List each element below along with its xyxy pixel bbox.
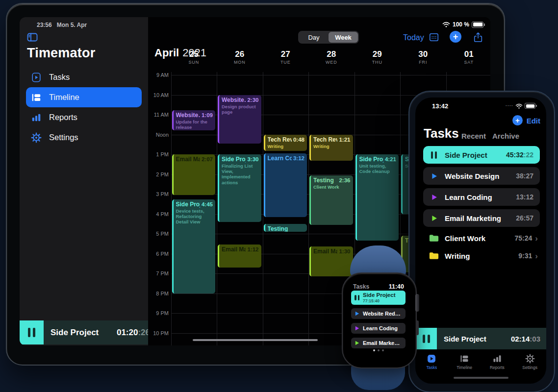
task-label: Learn Coding — [445, 193, 516, 201]
now-playing-timer: 01:20:26 — [117, 328, 150, 338]
calendar-event[interactable]: Side Proj…3:30Finalizing List View, Impl… — [218, 154, 261, 222]
watch-task-side-project[interactable]: Side Project77:15:40 — [351, 291, 406, 305]
calendar-event[interactable]: Side Proj…4:21Unit testing, Code cleanup — [355, 154, 399, 241]
calendar-event[interactable]: Website…1:09Update for the release — [172, 110, 216, 130]
sidebar-item-label: Tasks — [49, 73, 70, 82]
day-header-sat[interactable]: 01SAT — [446, 49, 491, 65]
task-label: Email Marketing — [445, 214, 516, 222]
task-label: Writing — [445, 252, 518, 260]
tab-tasks[interactable]: Tasks — [415, 350, 448, 373]
event-title: Email Mar… — [313, 248, 337, 255]
filter-recent[interactable]: Recent — [461, 132, 486, 140]
timeline-tab-icon — [459, 354, 469, 364]
tasks-icon — [31, 72, 42, 83]
event-subtitle: Writing — [268, 144, 305, 149]
iphone-screen: 13:42 ···· + Edit Tasks Recent Archive S — [415, 98, 546, 384]
watch-task-label: Email Marke… — [363, 340, 400, 346]
day-header-tue[interactable]: 27TUE — [263, 49, 309, 65]
event-title: Side Proj… — [176, 201, 200, 208]
ipad-now-playing-bar[interactable]: Side Project 01:20:26 — [20, 320, 156, 344]
event-duration: 2:36 — [339, 177, 350, 183]
sidebar-item-label: Reports — [49, 113, 77, 122]
day-header-wed[interactable]: 28WED — [308, 49, 355, 65]
event-title: Side Proj… — [222, 156, 246, 163]
sidebar-toggle-icon[interactable] — [26, 31, 38, 43]
calendar-event[interactable]: Email Mar…1:12 — [218, 245, 261, 268]
task-row-writing[interactable]: Writing9:31› — [423, 248, 540, 264]
watch-side-button[interactable] — [416, 320, 419, 335]
calendar-event[interactable]: Tech Revi…0:48Writing — [264, 135, 307, 151]
tab-settings[interactable]: Settings — [513, 350, 546, 373]
watch-page-dots — [349, 349, 407, 351]
watch-task-label: Website Red… — [363, 311, 401, 317]
event-title: Email Ma… — [176, 156, 200, 163]
task-time: 26:57 — [516, 214, 533, 222]
event-duration: 2:30 — [247, 97, 258, 103]
iphone-tabbar: TasksTimelineReportsSettings — [415, 350, 546, 373]
sidebar-item-timeline[interactable]: Timeline — [26, 87, 142, 107]
settings-tab-icon — [525, 354, 535, 364]
tab-reports[interactable]: Reports — [481, 350, 514, 373]
calendar-event[interactable]: Learn Co…3:12 — [264, 153, 307, 217]
hour-label: 9 PM — [148, 310, 169, 317]
hour-label: 7 PM — [148, 270, 169, 277]
reports-icon — [31, 112, 42, 123]
calendar-event[interactable]: Email Ma…2:07 — [172, 154, 216, 195]
pause-icon — [351, 295, 363, 300]
edit-button[interactable]: Edit — [527, 117, 540, 125]
pause-button[interactable] — [20, 320, 44, 344]
page-dot — [378, 349, 380, 351]
task-time: 75:24 — [515, 234, 533, 242]
watch-screen: Tasks 11:40 Side Project77:15:40Website … — [349, 280, 407, 360]
event-duration: 1:21 — [339, 137, 350, 143]
tab-label: Reports — [490, 365, 505, 370]
task-row-email-marketing[interactable]: Email Marketing26:57 — [423, 209, 540, 227]
calendar-event[interactable]: Website…2:30Design product page — [218, 95, 261, 144]
calendar-event[interactable]: Testing — [264, 224, 307, 232]
task-row-learn-coding[interactable]: Learn Coding13:12 — [423, 188, 540, 206]
tab-label: Timeline — [457, 365, 472, 370]
day-header-fri[interactable]: 30FRI — [400, 49, 446, 65]
tab-label: Settings — [522, 365, 537, 370]
calendar-event[interactable]: Tech Revi…1:21Writing — [309, 135, 353, 161]
page-title: Tasks — [424, 126, 459, 141]
stage: 23:56Mon 5. Apr Timemator TasksTimelineR… — [0, 0, 558, 392]
hour-label: 5 PM — [148, 230, 169, 237]
event-duration: 1:12 — [247, 246, 258, 252]
event-title: Testing — [313, 177, 334, 184]
hour-label: 10 PM — [148, 330, 169, 337]
task-row-website-design[interactable]: Website Design38:27 — [423, 167, 540, 185]
tab-label: Tasks — [427, 365, 437, 370]
add-button[interactable]: + — [512, 115, 523, 125]
chevron-right-icon: › — [535, 234, 538, 243]
event-duration: 3:12 — [293, 155, 304, 161]
watch-task-learn-coding[interactable]: Learn Coding — [351, 323, 406, 334]
day-header-sun[interactable]: 25SUN — [171, 49, 217, 65]
watch-task-website-red-[interactable]: Website Red… — [351, 308, 406, 319]
watch-task-email-marke-[interactable]: Email Marke… — [351, 338, 406, 348]
event-title: Tech Revi… — [268, 136, 292, 143]
horizontal-scrollbar[interactable] — [193, 339, 318, 341]
iphone-now-playing-bar[interactable]: Side Project 02:14:03 — [415, 328, 546, 349]
pause-icon — [28, 328, 30, 337]
day-gridline — [263, 72, 263, 345]
sidebar-item-label: Timeline — [49, 93, 79, 102]
calendar-event[interactable]: Email Mar…1:30 — [309, 246, 353, 276]
sidebar-item-reports[interactable]: Reports — [26, 107, 142, 127]
task-row-side-project[interactable]: Side Project45:32:22 — [423, 146, 540, 164]
sidebar-item-tasks[interactable]: Tasks — [26, 67, 142, 87]
calendar-event[interactable]: Side Proj…4:45Device tests, Refactoring … — [172, 199, 216, 294]
watch-title: Tasks — [353, 283, 369, 290]
calendar-event[interactable]: Testing2:36Client Work — [309, 175, 353, 225]
event-subtitle: Unit testing, Code cleanup — [359, 163, 397, 174]
sidebar-item-settings[interactable]: Settings — [26, 127, 142, 147]
chevron-right-icon: › — [535, 252, 538, 260]
day-header-mon[interactable]: 26MON — [217, 49, 263, 65]
day-header-thu[interactable]: 29THU — [355, 49, 401, 65]
task-row-client-work[interactable]: Client Work75:24› — [423, 230, 540, 246]
filter-archive[interactable]: Archive — [492, 132, 519, 140]
watch-device: Tasks 11:40 Side Project77:15:40Website … — [342, 272, 417, 368]
home-indicator[interactable] — [454, 377, 508, 379]
tab-timeline[interactable]: Timeline — [448, 350, 481, 373]
watch-crown[interactable] — [415, 294, 419, 312]
